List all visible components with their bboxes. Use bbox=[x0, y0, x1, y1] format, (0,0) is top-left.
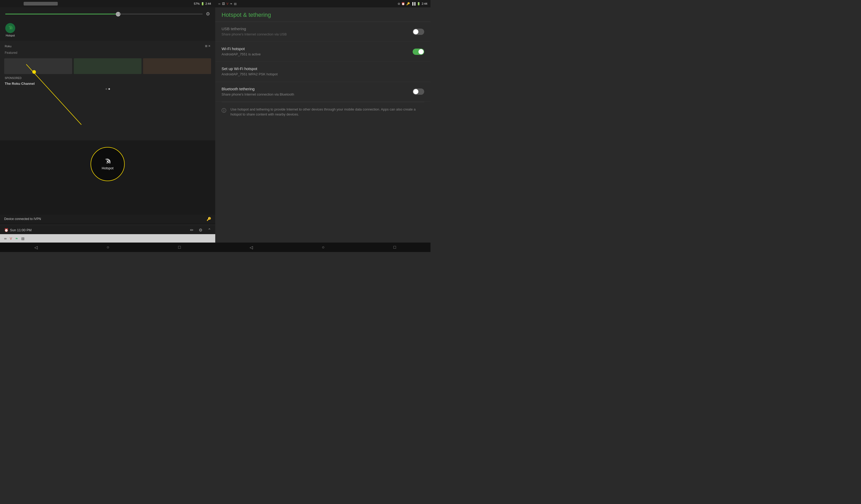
brightness-thumb[interactable] bbox=[116, 12, 121, 16]
roku-card: Roku ⊞ ✕ Featured SPONSORED The Roku Cha… bbox=[0, 41, 215, 140]
info-row: ⓘ Use hotspot and tethering to provide I… bbox=[215, 102, 430, 122]
info-text: Use hotspot and tethering to provide Int… bbox=[231, 107, 424, 117]
notification-bar: Device connected to IVPN 🔑 bbox=[0, 215, 215, 223]
content-grid bbox=[3, 57, 213, 76]
status-icons-right: ⊙ ⏰ 🔑 ▐▐ 🔋 2:44 bbox=[398, 2, 427, 5]
alarm-clock-icon: ⏰ bbox=[4, 228, 9, 232]
svg-point-0 bbox=[117, 14, 118, 15]
status-bar-right: ∞ 🖼 V ❧ ▤ ⊙ ⏰ 🔑 ▐▐ 🔋 2:44 bbox=[215, 0, 430, 8]
settings-list: USB tethering Share phone's Internet con… bbox=[215, 22, 430, 243]
status-icons-left: ∞ 🖼 V ❧ ▤ bbox=[218, 2, 236, 5]
bluetooth-tethering-thumb bbox=[413, 89, 419, 94]
hotspot-circle: Hotspot bbox=[91, 147, 125, 181]
left-panel: 57% 🔋 2:44 ⚙ bbox=[0, 0, 215, 252]
hotspot-toggle-label: Hotspot bbox=[6, 34, 15, 37]
brightness-slider[interactable] bbox=[5, 14, 203, 14]
alarm-bar: ⏰ Sun 11:00 PM ✏ ⚙ ⌃ bbox=[0, 225, 215, 235]
status-icon-sim: ▤ bbox=[234, 2, 236, 5]
hotspot-circle-label: Hotspot bbox=[102, 166, 114, 170]
status-bar-left: 57% 🔋 2:44 bbox=[0, 0, 215, 8]
wifi-hotspot-thumb bbox=[419, 49, 424, 54]
notification-strip: ∞ V ❧ ▤ bbox=[0, 234, 215, 243]
status-icon-plant: ❧ bbox=[230, 2, 232, 5]
roku-card-header: Roku ⊞ ✕ bbox=[3, 43, 213, 49]
brightness-fill bbox=[5, 14, 120, 14]
usb-tethering-thumb bbox=[413, 29, 419, 35]
quick-toggles: Hotspot bbox=[0, 21, 215, 41]
alarm-time-text: Sun 11:00 PM bbox=[10, 228, 31, 232]
alarm-edit-icon[interactable]: ✏ bbox=[190, 228, 193, 233]
brightness-row[interactable]: ⚙ bbox=[0, 8, 215, 21]
wifi-hotspot-item[interactable]: Wi-Fi hotspot AndroidAP_7551 is active bbox=[215, 42, 430, 62]
roku-channel-label: SPONSORED bbox=[3, 76, 213, 81]
content-thumb-3 bbox=[143, 58, 211, 74]
status-icon-voicemail: ∞ bbox=[218, 2, 220, 5]
info-icon: ⓘ bbox=[221, 107, 226, 114]
usb-tethering-item[interactable]: USB tethering Share phone's Internet con… bbox=[215, 22, 430, 42]
alarm-expand-icon[interactable]: ⌃ bbox=[208, 228, 211, 233]
content-thumb-2 bbox=[74, 58, 142, 74]
roku-actions: ⊞ ✕ bbox=[205, 44, 210, 48]
time-left: 2:44 bbox=[206, 2, 211, 5]
roku-brand: Roku bbox=[5, 45, 12, 48]
status-icon-image: 🖼 bbox=[222, 2, 225, 5]
bluetooth-tethering-title: Bluetooth tethering bbox=[221, 87, 413, 91]
wifi-hotspot-toggle[interactable] bbox=[413, 49, 424, 55]
bluetooth-tethering-toggle[interactable] bbox=[413, 88, 424, 95]
notif-icon-3: ❧ bbox=[15, 236, 18, 241]
vpn-notification-text: Device connected to IVPN bbox=[4, 217, 41, 221]
bluetooth-tethering-item[interactable]: Bluetooth tethering Share phone's Intern… bbox=[215, 82, 430, 102]
battery-time-left: 57% 🔋 2:44 bbox=[194, 2, 211, 5]
alarm-settings-icon[interactable]: ⚙ bbox=[199, 228, 202, 233]
dot-1 bbox=[106, 88, 107, 90]
page-header: Hotspot & tethering bbox=[215, 8, 430, 22]
recents-button-left[interactable]: □ bbox=[178, 245, 181, 250]
setup-wifi-hotspot-item[interactable]: Set up Wi-Fi hotspot AndroidAP_7551 WPA2… bbox=[215, 62, 430, 82]
battery-icon-right: 🔋 bbox=[417, 2, 421, 5]
settings-gear-icon[interactable]: ⚙ bbox=[206, 11, 210, 17]
setup-wifi-hotspot-subtitle: AndroidAP_7551 WPA2 PSK hotspot bbox=[221, 72, 424, 77]
signal-icon: ▐▐ bbox=[411, 2, 415, 5]
svg-point-7 bbox=[107, 161, 108, 162]
recents-button-right[interactable]: □ bbox=[394, 245, 396, 250]
vpn-key-icon: 🔑 bbox=[207, 217, 211, 221]
home-button-left[interactable]: ○ bbox=[107, 245, 109, 250]
setup-wifi-hotspot-content: Set up Wi-Fi hotspot AndroidAP_7551 WPA2… bbox=[221, 66, 424, 77]
usb-tethering-toggle[interactable] bbox=[413, 29, 424, 35]
dot-2 bbox=[108, 88, 110, 90]
right-panel: ∞ 🖼 V ❧ ▤ ⊙ ⏰ 🔑 ▐▐ 🔋 2:44 Hotspot & teth… bbox=[215, 0, 430, 252]
usb-tethering-title: USB tethering bbox=[221, 27, 413, 31]
status-icon-v: V bbox=[227, 2, 228, 5]
wifi-hotspot-subtitle: AndroidAP_7551 is active bbox=[221, 52, 413, 57]
svg-point-5 bbox=[10, 28, 11, 28]
page-dots bbox=[3, 87, 213, 91]
hotspot-circle-icon bbox=[104, 158, 111, 165]
notif-icon-1: ∞ bbox=[4, 236, 6, 241]
notif-icon-4: ▤ bbox=[21, 236, 24, 241]
wifi-icon: ⊙ bbox=[398, 2, 400, 5]
roku-footer: The Roku Channel bbox=[3, 81, 213, 87]
back-button-left[interactable]: ◁ bbox=[35, 245, 38, 250]
notif-icon-2: V bbox=[10, 236, 12, 241]
hotspot-small-icon bbox=[8, 26, 13, 31]
hotspot-toggle-icon[interactable] bbox=[5, 23, 15, 33]
brightness-sun-icon bbox=[116, 12, 119, 17]
featured-label: Featured bbox=[3, 49, 213, 57]
home-button-right[interactable]: ○ bbox=[322, 245, 325, 250]
setup-wifi-hotspot-title: Set up Wi-Fi hotspot bbox=[221, 66, 424, 71]
bottom-nav-left: ◁ ○ □ bbox=[0, 243, 215, 252]
alarm-status-icon: ⏰ bbox=[401, 2, 405, 5]
vpn-icon: 🔑 bbox=[406, 2, 410, 5]
time-right: 2:44 bbox=[422, 2, 427, 5]
usb-tethering-content: USB tethering Share phone's Internet con… bbox=[221, 27, 413, 37]
hotspot-toggle-item[interactable]: Hotspot bbox=[5, 23, 15, 37]
battery-percent-left: 57% bbox=[194, 2, 200, 5]
back-button-right[interactable]: ◁ bbox=[250, 245, 253, 250]
battery-icon-left: 🔋 bbox=[201, 2, 204, 5]
wifi-hotspot-content: Wi-Fi hotspot AndroidAP_7551 is active bbox=[221, 46, 413, 57]
alarm-time: ⏰ Sun 11:00 PM bbox=[4, 228, 31, 232]
alarm-actions: ✏ ⚙ ⌃ bbox=[190, 228, 211, 233]
blurred-carrier bbox=[24, 2, 58, 5]
bluetooth-tethering-subtitle: Share phone's Internet connection via Bl… bbox=[221, 92, 413, 97]
usb-tethering-subtitle: Share phone's Internet connection via US… bbox=[221, 32, 413, 37]
